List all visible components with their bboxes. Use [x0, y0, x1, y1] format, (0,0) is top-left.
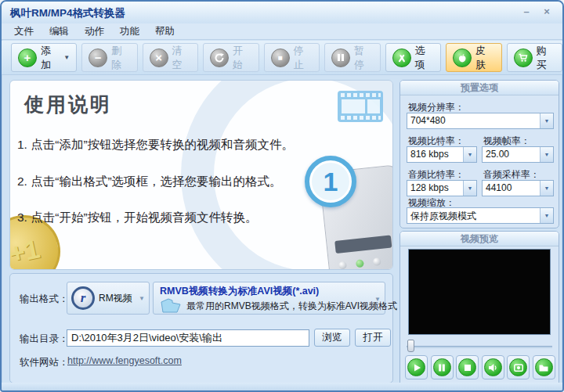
- delete-icon: −: [89, 49, 107, 67]
- website-link[interactable]: http://www.fengyesoft.com: [67, 355, 182, 366]
- apple-icon: [453, 49, 472, 67]
- tools-icon: [392, 49, 411, 67]
- website-label: 软件网站：: [20, 356, 69, 369]
- pause-icon: [433, 358, 451, 376]
- play-icon: [407, 358, 425, 376]
- stop-button[interactable]: ■ 停止: [264, 43, 320, 72]
- clear-button[interactable]: × 清空: [143, 43, 199, 72]
- delete-label: 删除: [111, 44, 131, 72]
- open-file-button[interactable]: [533, 355, 555, 379]
- minimize-button[interactable]: –: [519, 5, 534, 19]
- profile-description: 最常用的RMVB视频格式，转换为标准AVI视频格式: [186, 300, 397, 313]
- pause-icon: [331, 49, 350, 67]
- start-button[interactable]: 开始: [203, 43, 259, 72]
- chevron-down-icon: ▼: [374, 296, 381, 303]
- start-icon: [210, 49, 229, 67]
- instruction-step-2: 2. 点击“输出格式”选项框，选择您要输出的格式。: [17, 174, 385, 190]
- skin-label: 皮肤: [475, 44, 495, 72]
- menu-bar: 文件 编辑 动作 功能 帮助: [2, 23, 562, 40]
- stop-label: 停止: [294, 44, 313, 72]
- output-dir-input[interactable]: [67, 329, 309, 347]
- instruction-step-3: 3. 点击“开始”按钮，开始视频音频文件转换。: [17, 210, 385, 226]
- chevron-down-icon: ▼: [463, 181, 476, 196]
- browse-button[interactable]: 浏览: [314, 329, 350, 347]
- output-format-label: 输出格式：: [20, 293, 69, 306]
- instructions-title: 使用说明: [24, 92, 112, 117]
- window-bottom-strip: [2, 383, 562, 390]
- chevron-down-icon: ▼: [139, 295, 145, 302]
- player-controls: [405, 355, 555, 379]
- video-preview-panel: 视频预览: [400, 231, 559, 387]
- framerate-value: 25.00: [483, 147, 540, 162]
- menu-edit[interactable]: 编辑: [42, 23, 77, 39]
- slider-track[interactable]: [407, 346, 552, 348]
- instructions-card: +1 1 使用说明 1. 点击“添加”按钮选择您要转换的视频和音频文件。 2. …: [9, 80, 393, 270]
- options-label: 选项: [415, 44, 435, 72]
- add-dropdown-arrow: ▼: [63, 54, 70, 61]
- video-bitrate-select[interactable]: 816 kbps ▼: [407, 146, 477, 163]
- start-label: 开始: [233, 44, 252, 72]
- preset-options-panel: 预置选项 视频分辨率： 704*480 ▼ 视频比特率： 视频帧率： 816 k…: [400, 80, 559, 228]
- cart-icon: [514, 49, 533, 67]
- chevron-down-icon: ▼: [540, 208, 553, 223]
- menu-file[interactable]: 文件: [6, 23, 42, 39]
- stop-icon: ■: [271, 49, 290, 67]
- chevron-down-icon: ▼: [540, 113, 553, 128]
- delete-button[interactable]: − 删除: [81, 43, 138, 72]
- camera-icon: [509, 358, 527, 376]
- open-dir-button[interactable]: 打开: [355, 329, 391, 347]
- slider-thumb[interactable]: [407, 340, 414, 352]
- title-bar: 枫叶RM/MP4格式转换器 – ×: [2, 2, 562, 23]
- audio-bitrate-select[interactable]: 128 kbps ▼: [407, 180, 477, 196]
- window-title: 枫叶RM/MP4格式转换器: [10, 6, 125, 20]
- audio-bitrate-value: 128 kbps: [407, 181, 463, 196]
- menu-action[interactable]: 动作: [77, 23, 112, 39]
- clear-icon: ×: [150, 49, 168, 67]
- add-label: 添加: [41, 44, 60, 72]
- resolution-value: 704*480: [407, 113, 540, 128]
- add-icon: +: [18, 49, 37, 67]
- menu-function[interactable]: 功能: [112, 23, 147, 39]
- stop-playback-button[interactable]: [456, 355, 479, 379]
- coin-text: +1: [9, 233, 42, 269]
- chevron-down-icon: ▼: [540, 147, 553, 162]
- volume-button[interactable]: [482, 355, 504, 379]
- snapshot-button[interactable]: [507, 355, 530, 379]
- scale-select[interactable]: 保持原视频模式 ▼: [407, 207, 554, 224]
- framerate-select[interactable]: 25.00 ▼: [482, 146, 554, 163]
- buy-button[interactable]: 购买: [507, 43, 563, 72]
- output-format-select[interactable]: r RM视频 ▼: [67, 282, 150, 315]
- resolution-select[interactable]: 704*480 ▼: [407, 113, 554, 129]
- seek-slider[interactable]: [407, 340, 552, 354]
- output-dir-label: 输出目录：: [20, 333, 69, 346]
- chevron-down-icon: ▼: [463, 147, 476, 162]
- skin-button[interactable]: 皮肤: [446, 43, 502, 72]
- app-window: 枫叶RM/MP4格式转换器 – × 文件 编辑 动作 功能 帮助 + 添加 ▼ …: [0, 0, 564, 392]
- film-strip-icon: [338, 91, 383, 125]
- samplerate-value: 44100: [483, 181, 540, 196]
- play-button[interactable]: [405, 355, 428, 379]
- rm-logo-icon: r: [71, 286, 95, 310]
- samplerate-select[interactable]: 44100 ▼: [482, 180, 554, 196]
- toolbar: + 添加 ▼ − 删除 × 清空 开始 ■ 停止 暂停: [2, 41, 562, 75]
- output-format-value: RM视频: [99, 292, 135, 305]
- pause-button[interactable]: 暂停: [324, 43, 381, 72]
- video-bitrate-value: 816 kbps: [407, 147, 463, 162]
- buy-label: 购买: [537, 44, 556, 72]
- conversion-profile-select[interactable]: RMVB视频转换为标准AVI视频(*.avi) 最常用的RMVB视频格式，转换为…: [153, 282, 385, 315]
- close-button[interactable]: ×: [539, 5, 555, 19]
- speaker-icon: [484, 358, 502, 376]
- clear-label: 清空: [172, 44, 192, 72]
- chevron-down-icon: ▼: [540, 181, 553, 196]
- options-button[interactable]: 选项: [385, 43, 442, 72]
- stop-icon: [458, 358, 476, 376]
- folder-icon: [535, 358, 553, 376]
- add-button[interactable]: + 添加 ▼: [11, 43, 77, 72]
- preset-panel-title: 预置选项: [400, 81, 559, 95]
- instruction-step-1: 1. 点击“添加”按钮选择您要转换的视频和音频文件。: [17, 137, 385, 153]
- pause-playback-button[interactable]: [431, 355, 454, 379]
- output-panel: 输出格式： r RM视频 ▼ RMVB视频转换为标准AVI视频(*.avi) 最…: [9, 273, 393, 383]
- video-display: [408, 249, 551, 335]
- menu-help[interactable]: 帮助: [147, 23, 183, 39]
- pause-label: 暂停: [354, 44, 374, 72]
